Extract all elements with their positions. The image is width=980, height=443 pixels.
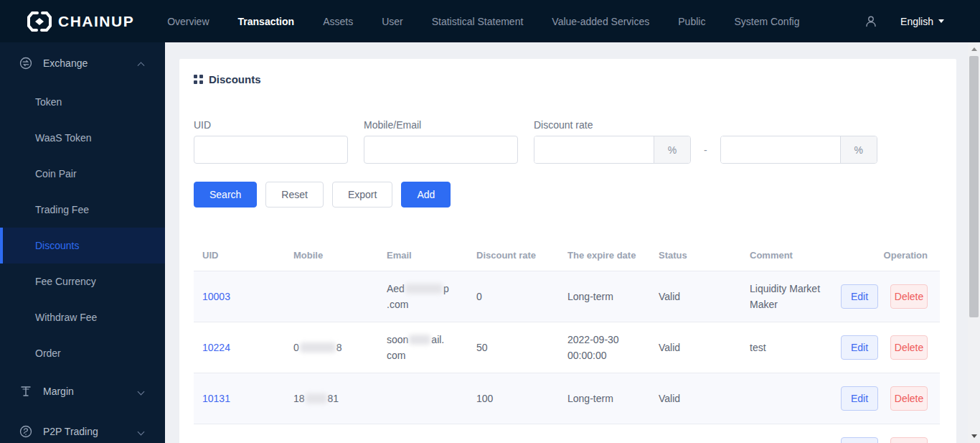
edit-button[interactable]: Edit — [841, 335, 878, 360]
sidebar-item-withdraw-fee[interactable]: Withdraw Fee — [0, 299, 165, 335]
cell-expire-date: 2022-09-30 00:00:00 — [559, 327, 650, 368]
caret-down-icon — [938, 19, 944, 23]
sidebar-item-coin-pair[interactable]: Coin Pair — [0, 156, 165, 192]
discount-rate-range: % - % — [534, 130, 877, 164]
delete-button[interactable]: Delete — [890, 284, 928, 309]
top-navbar: CHAINUP OverviewTransactionAssetsUserSta… — [0, 0, 980, 42]
sidebar-item-fee-currency[interactable]: Fee Currency — [0, 264, 165, 299]
cell-email: Aedp.com — [378, 276, 468, 317]
cell-operation: EditDelete — [832, 280, 940, 313]
sidebar-group-label: Margin — [43, 386, 138, 397]
scrollbar-thumb[interactable] — [969, 56, 979, 317]
sidebar-group-header-margin[interactable]: Margin — [0, 371, 165, 411]
sidebar-group-header-p2p-trading[interactable]: P2P Trading — [0, 411, 165, 443]
discount-rate-max-input[interactable] — [721, 136, 840, 163]
cell-status: Valid — [650, 386, 741, 411]
nav-item-system-config[interactable]: System Config — [734, 16, 799, 27]
column-header-status: Status — [650, 250, 741, 261]
language-selector[interactable]: English — [900, 16, 944, 27]
discount-rate-max-wrap: % — [720, 136, 877, 164]
navbar-right: English — [864, 15, 944, 28]
nav-item-user[interactable]: User — [382, 16, 403, 27]
sidebar-item-trading-fee[interactable]: Trading Fee — [0, 192, 165, 228]
sidebar: ExchangeTokenWaaS TokenCoin PairTrading … — [0, 42, 165, 443]
redacted-text — [306, 393, 327, 404]
edit-button[interactable]: Edit — [841, 437, 878, 443]
grid-icon — [194, 75, 203, 84]
edit-button[interactable]: Edit — [841, 284, 878, 309]
table-row: 1022408soonail.com502022-09-30 00:00:00V… — [194, 322, 940, 373]
language-label: English — [900, 16, 933, 27]
sidebar-group-p2p-trading: P2P Trading — [0, 411, 165, 443]
uid-link[interactable]: 10131 — [202, 393, 230, 404]
table-row: 101311881100Long-termValidEditDelete — [194, 373, 940, 424]
uid-label: UID — [194, 119, 348, 130]
cell-email — [378, 394, 468, 403]
chainup-logo-icon — [27, 11, 52, 32]
scroll-up-arrow[interactable] — [968, 43, 980, 55]
sidebar-item-discounts[interactable]: Discounts — [0, 228, 165, 264]
p2p-icon — [19, 424, 33, 439]
export-button[interactable]: Export — [332, 182, 392, 207]
cell-discount-rate: 0 — [468, 284, 559, 309]
table-body: 10003Aedp.com0Long-termValidLiquidity Ma… — [194, 271, 940, 443]
delete-button[interactable]: Delete — [890, 437, 928, 443]
cell-operation: EditDelete — [832, 331, 940, 364]
column-header-mobile: Mobile — [285, 250, 378, 261]
sidebar-group-label: P2P Trading — [43, 426, 138, 437]
cell-operation: EditDelete — [832, 382, 940, 415]
uid-field-group: UID — [194, 119, 348, 164]
nav-item-value-added-services[interactable]: Value-added Services — [552, 16, 649, 27]
nav-item-statistical-statement[interactable]: Statistical Statement — [432, 16, 524, 27]
sidebar-group-header-exchange[interactable]: Exchange — [0, 50, 165, 77]
user-icon[interactable] — [864, 15, 877, 28]
cell-expire-date: Long-term — [559, 284, 650, 309]
mobile-email-input[interactable] — [364, 136, 518, 164]
range-separator: - — [704, 136, 707, 164]
add-button[interactable]: Add — [401, 182, 451, 207]
cell-comment — [741, 394, 832, 403]
discount-rate-label: Discount rate — [534, 119, 877, 130]
cell-mobile — [285, 292, 378, 301]
sidebar-group-items: TokenWaaS TokenCoin PairTrading FeeDisco… — [0, 84, 165, 371]
reset-button[interactable]: Reset — [265, 182, 324, 207]
scroll-down-arrow[interactable] — [968, 430, 980, 442]
uid-input[interactable] — [194, 136, 348, 164]
sidebar-item-waas-token[interactable]: WaaS Token — [0, 120, 165, 156]
sidebar-group-exchange: ExchangeTokenWaaS TokenCoin PairTrading … — [0, 50, 165, 371]
discount-rate-min-wrap: % — [534, 136, 691, 164]
redacted-text — [405, 284, 443, 294]
cell-uid: 10131 — [194, 386, 285, 411]
nav-item-transaction[interactable]: Transaction — [238, 16, 295, 27]
cell-uid: 10003 — [194, 284, 285, 309]
sidebar-item-token[interactable]: Token — [0, 84, 165, 120]
chainup-logo[interactable]: CHAINUP — [27, 11, 134, 32]
percent-suffix: % — [840, 136, 877, 163]
cell-email: soonail.com — [378, 327, 468, 368]
delete-button[interactable]: Delete — [890, 386, 928, 411]
cell-discount-rate: 50 — [468, 335, 559, 360]
uid-link[interactable]: 10003 — [202, 291, 230, 302]
delete-button[interactable]: Delete — [890, 335, 928, 360]
vertical-scrollbar — [968, 42, 980, 443]
filter-form: UID Mobile/Email Discount rate % - % — [194, 119, 942, 164]
nav-item-public[interactable]: Public — [678, 16, 705, 27]
cell-mobile: 1881 — [285, 386, 378, 411]
logo-text: CHAINUP — [58, 13, 134, 30]
redacted-text — [409, 335, 430, 345]
table-row: EditDelete — [194, 424, 940, 443]
column-header-operation: Operation — [832, 250, 940, 261]
edit-button[interactable]: Edit — [841, 386, 878, 411]
column-header-the-expire-date: The expire date — [559, 250, 650, 261]
uid-link[interactable]: 10224 — [202, 342, 230, 353]
cell-operation: EditDelete — [832, 433, 940, 443]
chevron-down-icon — [138, 428, 145, 435]
sidebar-item-order[interactable]: Order — [0, 335, 165, 371]
chevron-up-icon — [138, 62, 145, 69]
nav-item-assets[interactable]: Assets — [323, 16, 353, 27]
discount-rate-min-input[interactable] — [534, 136, 654, 163]
redacted-text — [300, 342, 336, 353]
cell-status: Valid — [650, 335, 741, 360]
search-button[interactable]: Search — [194, 182, 257, 207]
nav-item-overview[interactable]: Overview — [167, 16, 209, 27]
